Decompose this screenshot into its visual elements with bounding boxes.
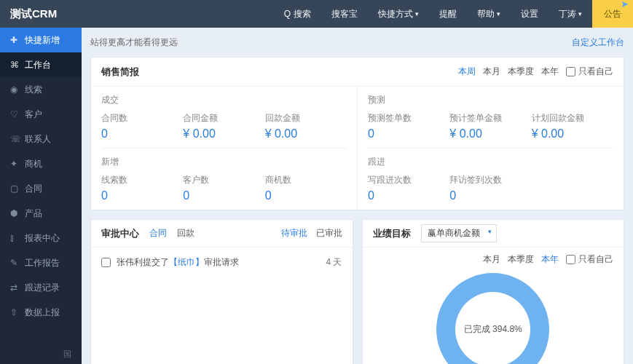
nav-user[interactable]: 丁涛▾ <box>549 0 592 28</box>
nav-user-label: 丁涛 <box>559 8 576 20</box>
performance-panel: 业绩目标 赢单商机金额 ▾ 本月 本季度 本年 只看自己 已完成 394.8% <box>362 219 625 364</box>
sidebar-item-workbench[interactable]: ⌘工作台 <box>0 52 82 77</box>
plus-icon: ✚ <box>10 35 25 45</box>
phone-icon: ☏ <box>10 134 25 144</box>
metric-label: 写跟进次数 <box>368 174 449 186</box>
swap-icon: ⇄ <box>10 282 25 293</box>
nav-search[interactable]: Q搜索 <box>274 0 321 28</box>
metric-value: ¥ 0.00 <box>532 127 613 141</box>
sidebar-item-opportunity[interactable]: ✦商机 <box>0 151 82 176</box>
performance-metric-select[interactable]: 赢单商机金额 ▾ <box>421 224 497 242</box>
approval-age: 4 天 <box>326 256 342 269</box>
metric-value: ¥ 0.00 <box>449 127 531 141</box>
metric-value: 0 <box>183 189 264 202</box>
sidebar-item-label: 工作台 <box>25 59 51 71</box>
top-bar: 测试CRM Q搜索 搜客宝 快捷方式▾ 提醒 帮助▾ 设置 丁涛▾ 公告 <box>0 0 633 28</box>
approval-row[interactable]: 张伟利提交了 【纸巾】 审批请求 4 天 <box>91 248 353 277</box>
metric-label: 计划回款金额 <box>532 112 613 124</box>
approval-text-prefix: 张伟利提交了 <box>117 256 169 269</box>
newadd-section-title: 新增 <box>101 156 347 168</box>
deal-section-title: 成交 <box>101 94 347 106</box>
sidebar-item-contract[interactable]: ▢合同 <box>0 176 82 201</box>
perf-only-self-label: 只看自己 <box>578 253 613 266</box>
approval-panel: 审批中心 合同 回款 待审批 已审批 张伟利提交了 【纸巾】 审批请求 4 天 <box>90 219 353 364</box>
sidebar-item-product[interactable]: ⬢产品 <box>0 201 82 226</box>
app-logo: 测试CRM <box>0 7 67 21</box>
approval-done[interactable]: 已审批 <box>316 227 342 240</box>
perf-tab-quarter[interactable]: 本季度 <box>508 253 534 266</box>
quick-add-label: 快捷新增 <box>25 34 60 47</box>
metric-value: 0 <box>368 189 449 202</box>
chart-icon: ⫿ <box>10 233 25 243</box>
slogan-text: 站得更高才能看得更远 <box>90 36 178 49</box>
chevron-down-icon: ▾ <box>497 10 500 17</box>
approval-title: 审批中心 <box>101 227 139 240</box>
perf-only-self-checkbox[interactable] <box>566 255 575 264</box>
metric-label: 商机数 <box>265 174 347 186</box>
follow-section-title: 跟进 <box>368 156 613 168</box>
chevron-down-icon: ▾ <box>415 10 419 17</box>
metric-label: 回款金额 <box>265 112 347 124</box>
heart-icon: ♡ <box>10 109 25 119</box>
sidebar-item-label: 合同 <box>25 183 42 195</box>
metric-label: 合同金额 <box>183 112 264 124</box>
tab-month[interactable]: 本月 <box>483 66 500 78</box>
approval-pending[interactable]: 待审批 <box>281 227 307 240</box>
metric-value: 0 <box>449 189 531 202</box>
sidebar-item-followup[interactable]: ⇄跟进记录 <box>0 275 82 300</box>
sidebar-item-workreport[interactable]: ✎工作报告 <box>0 250 82 275</box>
nav-shortcut[interactable]: 快捷方式▾ <box>368 0 429 28</box>
star-icon: ✦ <box>10 159 25 169</box>
sidebar-item-label: 数据上报 <box>25 306 60 319</box>
sidebar-item-leads[interactable]: ◉线索 <box>0 77 82 102</box>
approval-tab-receipt[interactable]: 回款 <box>177 227 194 240</box>
nav-remind[interactable]: 提醒 <box>429 0 467 28</box>
chevron-down-icon: ▾ <box>488 228 492 235</box>
nav-help[interactable]: 帮助▾ <box>467 0 511 28</box>
metric-label: 线索数 <box>101 174 183 186</box>
approval-item-link[interactable]: 【纸巾】 <box>169 256 204 269</box>
metric-label: 客户数 <box>183 174 264 186</box>
nav-help-label: 帮助 <box>477 8 495 20</box>
nav-shortcut-label: 快捷方式 <box>378 8 413 20</box>
tab-year[interactable]: 本年 <box>541 66 559 78</box>
performance-select-label: 赢单商机金额 <box>428 228 480 238</box>
customize-link[interactable]: 自定义工作台 <box>572 36 624 49</box>
forecast-section-title: 预测 <box>368 94 613 106</box>
sidebar-item-customers[interactable]: ♡客户 <box>0 102 82 127</box>
nav-settings[interactable]: 设置 <box>511 0 549 28</box>
sidebar-item-label: 客户 <box>25 108 42 121</box>
dashboard-icon: ⌘ <box>10 60 25 70</box>
only-self-toggle[interactable]: 只看自己 <box>566 66 613 78</box>
sidebar-item-label: 商机 <box>25 158 42 170</box>
perf-tab-month[interactable]: 本月 <box>483 253 500 266</box>
donut-center-label: 已完成 394.8% <box>436 273 549 364</box>
performance-donut-chart: 已完成 394.8% <box>436 273 549 364</box>
tab-quarter[interactable]: 本季度 <box>508 66 534 78</box>
perf-only-self-toggle[interactable]: 只看自己 <box>566 253 613 266</box>
chevron-down-icon: ▾ <box>578 10 582 17</box>
nav-sokebao[interactable]: 搜客宝 <box>321 0 368 28</box>
sidebar-item-contacts[interactable]: ☏联系人 <box>0 127 82 151</box>
sidebar: ✚快捷新增 ⌘工作台 ◉线索 ♡客户 ☏联系人 ✦商机 ▢合同 ⬢产品 ⫿报表中… <box>0 28 82 364</box>
sidebar-item-reports[interactable]: ⫿报表中心 <box>0 226 82 250</box>
file-icon: ▢ <box>10 183 25 194</box>
sidebar-item-label: 报表中心 <box>25 232 60 245</box>
sidebar-item-dataupload[interactable]: ⇧数据上报 <box>0 300 82 325</box>
approval-tab-contract[interactable]: 合同 <box>149 227 167 240</box>
metric-value: 0 <box>101 189 183 202</box>
sidebar-item-label: 线索 <box>25 84 42 96</box>
approval-row-checkbox[interactable] <box>101 258 111 267</box>
target-icon: ◉ <box>10 84 25 95</box>
announcement-button[interactable]: 公告 <box>592 0 633 28</box>
search-icon: Q <box>284 9 291 19</box>
main-content: 站得更高才能看得更远 自定义工作台 销售简报 本周 本月 本季度 本年 只看自己… <box>82 28 633 364</box>
tab-week[interactable]: 本周 <box>458 66 476 78</box>
metric-label: 预计签单金额 <box>449 112 531 124</box>
sales-brief-title: 销售简报 <box>101 66 139 79</box>
sidebar-footer[interactable]: 国 <box>0 344 82 364</box>
sidebar-item-label: 联系人 <box>25 133 51 146</box>
perf-tab-year[interactable]: 本年 <box>541 253 559 266</box>
quick-add-button[interactable]: ✚快捷新增 <box>0 28 82 52</box>
only-self-checkbox[interactable] <box>566 67 575 76</box>
